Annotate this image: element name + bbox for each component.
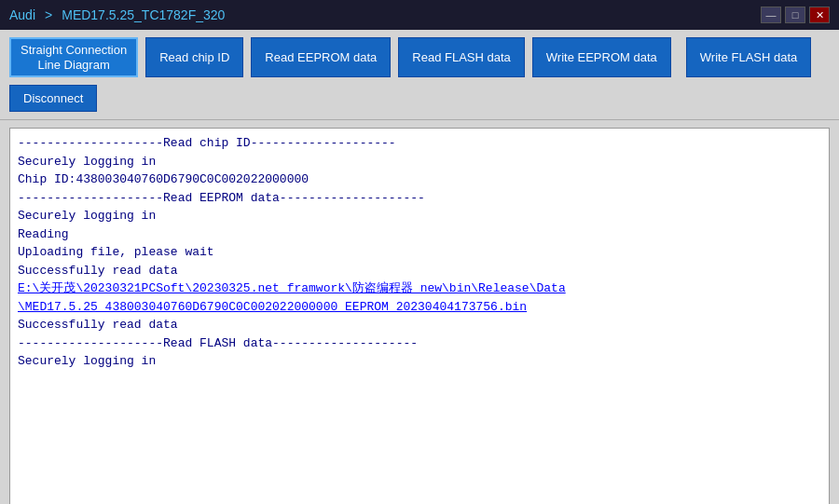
read-chip-id-button[interactable]: Read chip ID bbox=[145, 37, 243, 77]
write-eeprom-button[interactable]: Write EEPROM data bbox=[532, 37, 671, 77]
titlebar-title: Audi > MED17.5.25_TC1782F_320 bbox=[9, 7, 225, 22]
straight-connection-button[interactable]: Straight ConnectionLine Diagram bbox=[9, 37, 138, 77]
maximize-button[interactable]: □ bbox=[785, 7, 805, 23]
log-line: \MED17.5.25_438003040760D6790C0C00202200… bbox=[18, 298, 821, 317]
log-line: Securely logging in bbox=[18, 352, 821, 371]
window-title: MED17.5.25_TC1782F_320 bbox=[62, 7, 225, 22]
log-line: Successfully read data bbox=[18, 316, 821, 334]
log-line: Chip ID:438003040760D6790C0C002022000000 bbox=[18, 170, 821, 189]
close-button[interactable]: ✕ bbox=[809, 7, 830, 23]
write-flash-button[interactable]: Write FLASH data bbox=[686, 37, 812, 77]
read-flash-button[interactable]: Read FLASH data bbox=[398, 37, 525, 77]
log-line: --------------------Read EEPROM data----… bbox=[18, 189, 821, 208]
disconnect-button[interactable]: Disconnect bbox=[9, 85, 97, 112]
toolbar: Straight ConnectionLine Diagram Read chi… bbox=[0, 30, 839, 120]
log-output[interactable]: --------------------Read chip ID--------… bbox=[9, 128, 830, 504]
log-line: --------------------Read FLASH data-----… bbox=[18, 334, 821, 353]
log-line: E:\关开茂\20230321PCSoft\20230325.net framw… bbox=[18, 279, 821, 298]
log-line: --------------------Read chip ID--------… bbox=[18, 134, 821, 153]
breadcrumb-separator: > bbox=[45, 7, 52, 22]
minimize-button[interactable]: — bbox=[761, 7, 781, 23]
log-line: Securely logging in bbox=[18, 153, 821, 171]
window-controls: — □ ✕ bbox=[761, 7, 830, 23]
log-line: Uploading file, please wait bbox=[18, 243, 821, 262]
log-line: Securely logging in bbox=[18, 207, 821, 225]
brand-label: Audi bbox=[9, 7, 35, 22]
log-line: Successfully read data bbox=[18, 262, 821, 280]
main-area: --------------------Read chip ID--------… bbox=[0, 120, 839, 504]
log-line: Reading bbox=[18, 225, 821, 244]
titlebar: Audi > MED17.5.25_TC1782F_320 — □ ✕ bbox=[0, 0, 839, 30]
read-eeprom-button[interactable]: Read EEPROM data bbox=[251, 37, 391, 77]
